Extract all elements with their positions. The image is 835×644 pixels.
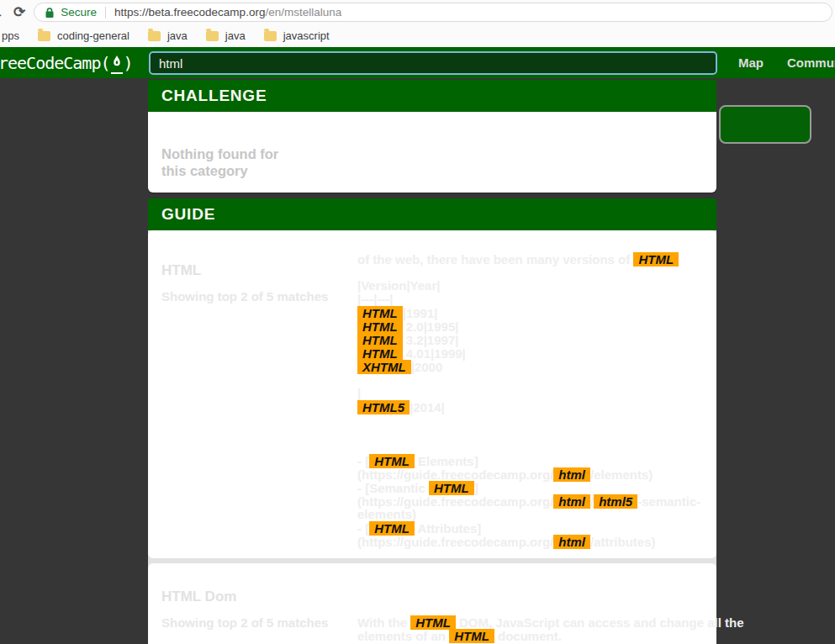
secure-badge: Secure [61,6,97,18]
challenge-section-header: CHALLENGE [148,80,716,112]
bookmark-label: coding-general [57,29,129,42]
bookmark-label: java [167,29,188,42]
snippet-text: |2014| [410,400,445,414]
snippet-line: HTML 2.0|1995| [357,319,703,333]
snippet-line: elements of an HTML document. [357,629,744,642]
challenge-empty-message: Nothing found for this category [161,145,304,179]
snippet-text: of the web, there have been many version… [357,252,633,267]
lock-icon [45,7,55,18]
result-snippet: of the web, there have been many version… [357,252,703,548]
highlighted-match: html5 [594,494,637,509]
highlighted-match: html [553,535,590,549]
snippet-line [357,373,703,387]
snippet-text: - [Semantic [357,481,429,495]
hidden-page-button[interactable] [719,105,811,144]
folder-icon [148,31,161,41]
snippet-line: | [357,387,703,400]
refresh-icon[interactable]: ⟳ [13,4,25,21]
snippet-line [357,414,703,427]
result-match-count: Showing top 2 of 5 matches [161,615,357,630]
snippet-line: XHTML|2000 [357,360,703,373]
folder-icon [264,31,277,41]
snippet-line [357,266,703,279]
folder-icon [38,31,50,41]
bookmark-label: java [225,29,246,42]
snippet-text: 2.0|1995| [403,319,459,334]
freecodecamp-logo[interactable]: reeCodeCamp() [0,52,133,74]
snippet-text: | [357,386,361,400]
url-toolbar: → ⟳ Secure https://beta.freecodecamp.org… [0,0,835,24]
snippet-text: (https://guide.freecodecamp.org/ [357,467,553,482]
snippet-line: - [Semantic HTML] [357,481,703,494]
highlighted-match: HTML [410,615,456,630]
snippet-text: ] [474,481,478,495]
result-meta: HTML Dom Showing top 2 of 5 matches [161,589,357,644]
result-meta: HTML Showing top 2 of 5 matches [161,252,357,548]
logo-text: reeCodeCamp( [0,53,110,73]
snippet-line: HTML|1991| [357,306,703,319]
snippet-text: With the [357,615,410,630]
snippet-text: |Version|Year| [357,278,440,293]
guide-section-header: GUIDE [148,198,716,230]
bookmark-label: javascript [283,29,330,42]
browser-chrome: → ⟳ Secure https://beta.freecodecamp.org… [0,0,835,47]
snippet-text: elements of an [357,629,449,643]
snippet-text: |2000 [411,360,443,374]
snippet-line: With the HTML DOM, JavaScript can access… [357,615,744,629]
url-path-text: /en/mstellaluna [265,6,341,18]
snippet-line: - [HTML Attributes] [357,521,703,535]
snippet-line: (https://guide.freecodecamp.org/html/att… [357,535,703,548]
highlighted-match: HTML [357,319,403,334]
snippet-text: |1991| [403,306,438,320]
highlighted-match: HTML [429,481,474,495]
guide-result-html[interactable]: HTML Showing top 2 of 5 matches of the w… [148,230,716,558]
site-navbar: reeCodeCamp() Map Community [0,47,835,78]
highlighted-match: HTML [369,454,415,468]
snippet-text: -semantic- [637,494,700,509]
snippet-line: of the web, there have been many version… [357,252,703,266]
bookmark-folder-javascript[interactable]: javascript [264,29,330,42]
snippet-text: - [ [357,521,369,536]
highlighted-match: HTML [357,306,403,320]
url-bar[interactable]: Secure https://beta.freecodecamp.org/en/… [34,3,832,22]
folder-icon [206,31,219,41]
snippet-text: 3.2|1997| [403,333,459,347]
snippet-text: Elements] [415,454,478,468]
guide-result-html-dom[interactable]: HTML Dom Showing top 2 of 5 matches With… [148,563,716,644]
snippet-line: |---|---| [357,293,703,306]
snippet-text: Attributes] [415,521,481,536]
bookmarks-bar: pps coding-general java java javascript [0,24,835,47]
result-title: HTML Dom [161,589,357,605]
logo-text: ) [124,53,133,73]
snippet-line: (https://guide.freecodecamp.org/html/htm… [357,494,703,508]
highlighted-match: HTML5 [357,400,410,414]
guide-results-panel: HTML Showing top 2 of 5 matches of the w… [148,230,716,644]
guide-header-label: GUIDE [161,205,215,224]
challenge-results-card: Nothing found for this category [148,112,716,193]
snippet-text: DOM, JavaScript can access and change al… [456,615,744,630]
url-domain-text: https://beta.freecodecamp.org [114,6,265,18]
bookmark-folder-java-1[interactable]: java [148,29,188,42]
highlighted-match: HTML [357,346,403,361]
bookmark-folder-coding-general[interactable]: coding-general [38,29,129,42]
nav-link-community[interactable]: Community [787,55,835,70]
bookmark-folder-java-2[interactable]: java [206,29,246,42]
snippet-text: - [ [357,454,369,468]
snippet-line: |Version|Year| [357,279,703,293]
snippet-text: |---|---| [357,292,394,306]
snippet-line: HTML 3.2|1997| [357,333,703,346]
snippet-line: HTML5|2014| [357,400,703,414]
highlighted-match: HTML [633,252,679,267]
snippet-text: /elements) [590,467,653,482]
snippet-line: elements) [357,508,703,521]
search-input[interactable] [149,51,717,75]
snippet-text: document. [494,629,562,643]
forward-icon[interactable]: → [0,4,7,21]
snippet-text: (https://guide.freecodecamp.org/ [357,535,553,549]
highlighted-match: html [553,467,590,482]
nav-link-map[interactable]: Map [738,55,764,70]
snippet-line [357,441,703,454]
bookmark-apps-partial[interactable]: pps [2,29,19,42]
url-separator [105,7,106,18]
search-results-dropdown: CHALLENGE Nothing found for this categor… [148,80,716,644]
